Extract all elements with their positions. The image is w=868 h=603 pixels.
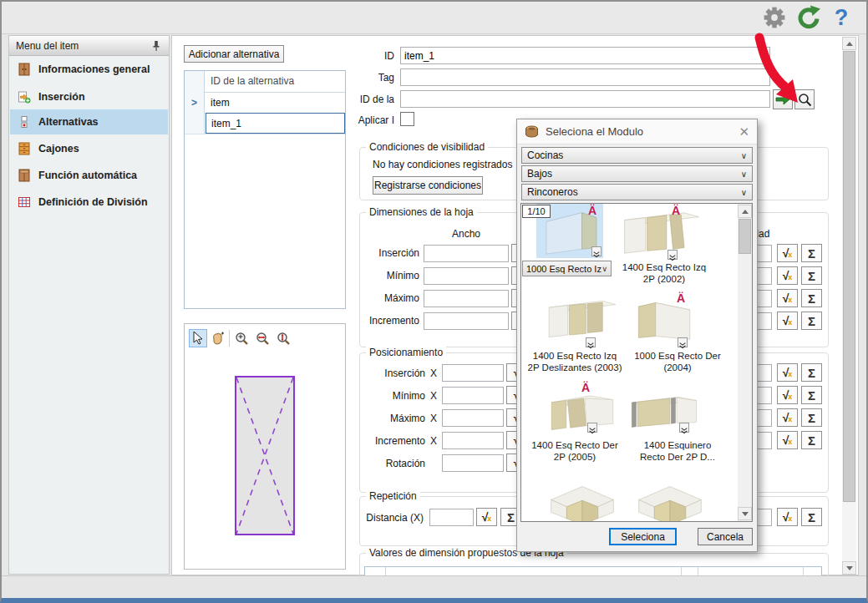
expand-variants-icon[interactable] — [678, 337, 688, 347]
scrollbar-thumb[interactable] — [843, 51, 855, 502]
module-thumbnail[interactable] — [542, 297, 622, 341]
sum-button[interactable]: Σ — [801, 312, 822, 330]
tag-label: Tag — [327, 72, 394, 84]
chevron-down-icon: ∨ — [602, 265, 607, 273]
search-module-button[interactable] — [794, 89, 815, 109]
expand-variants-icon[interactable] — [591, 246, 602, 256]
expand-variants-icon[interactable] — [679, 423, 689, 433]
cabinet-auto-icon — [18, 169, 31, 182]
table-row[interactable]: item_1 — [185, 113, 345, 134]
formula-button[interactable]: √x — [777, 289, 798, 307]
sum-button[interactable]: Σ — [801, 508, 822, 526]
scrollbar-thumb[interactable] — [739, 219, 751, 254]
sum-button[interactable]: Σ — [801, 266, 822, 285]
sum-button[interactable]: Σ — [801, 289, 822, 307]
gear-icon — [763, 6, 786, 29]
expand-variants-icon[interactable] — [587, 423, 597, 433]
formula-button[interactable]: √x — [777, 363, 798, 382]
module-caption[interactable]: 1400 Esq Recto Izq 2P Deslizantes (2003) — [523, 350, 627, 373]
id-ref-input[interactable] — [400, 90, 770, 108]
dialog-titlebar[interactable]: Seleciona el Modulo ✕ — [517, 119, 757, 144]
tag-input[interactable] — [400, 68, 770, 86]
zoom-width-tool[interactable] — [253, 329, 272, 347]
pos-row-label: Máximo — [336, 413, 425, 424]
formula-button[interactable]: √x — [777, 508, 798, 526]
apply-checkbox[interactable] — [400, 112, 414, 126]
dim-width-input[interactable] — [424, 267, 509, 285]
pos-x-input[interactable] — [442, 432, 504, 449]
sidebar-item-informaciones-general[interactable]: Informaciones general — [10, 57, 168, 82]
table-row[interactable]: > item — [185, 92, 345, 114]
dim-width-input[interactable] — [424, 245, 509, 262]
subfamily-combo[interactable]: Rinconeros ∨ — [521, 184, 753, 200]
dim-width-input[interactable] — [424, 290, 509, 307]
sum-button[interactable]: Σ — [801, 244, 822, 262]
sidebar-item-label: Definición de División — [38, 196, 148, 208]
sidebar-item-funcion-automatica[interactable]: Función automática — [10, 163, 168, 188]
pos-x-input[interactable] — [442, 387, 504, 404]
category-combo[interactable]: Cocinas ∨ — [521, 147, 753, 164]
module-caption[interactable]: 1400 Esq Recto Izq 2P (2002) — [615, 261, 713, 285]
main-scrollbar[interactable] — [842, 37, 856, 575]
formula-button[interactable]: √x — [777, 244, 798, 262]
module-thumbnail[interactable] — [628, 394, 700, 429]
formula-button[interactable]: √x — [777, 266, 798, 285]
formula-button[interactable]: √x — [777, 386, 798, 404]
sidebar-item-insercion[interactable]: Inserción — [10, 84, 168, 109]
sum-button[interactable]: Σ — [801, 431, 822, 449]
item-outline-canvas[interactable] — [235, 376, 295, 535]
module-thumbnail[interactable] — [630, 481, 710, 522]
expand-variants-icon[interactable] — [586, 337, 596, 347]
sidebar-item-cajones[interactable]: Cajones — [10, 136, 168, 161]
zoom-tool[interactable] — [232, 329, 251, 347]
formula-button[interactable]: √x — [777, 312, 798, 330]
add-alternative-button[interactable]: Adicionar alternativa — [184, 45, 284, 63]
family-combo[interactable]: Bajos ∨ — [521, 165, 753, 182]
module-grid-scrollbar[interactable] — [738, 204, 752, 521]
module-thumbnail[interactable] — [620, 209, 703, 257]
module-thumbnail[interactable] — [545, 392, 620, 432]
sum-button[interactable]: Σ — [801, 408, 822, 427]
distance-x-input[interactable] — [429, 509, 474, 526]
pan-hand-tool[interactable] — [208, 329, 226, 347]
dim-width-input[interactable] — [424, 312, 509, 330]
sum-button[interactable]: Σ — [801, 363, 822, 382]
sum-button[interactable]: Σ — [801, 386, 822, 404]
pos-x-input[interactable] — [442, 364, 504, 382]
formula-button[interactable]: √x — [777, 431, 798, 449]
module-thumbnail[interactable] — [542, 481, 622, 522]
module-caption[interactable]: 1400 Esq Recto Der 2P (2005) — [523, 439, 627, 463]
sidebar-item-definicion-division[interactable]: Definición de División — [10, 190, 168, 215]
module-variant-combo[interactable]: 1000 Esq Recto Iz ∨ — [522, 261, 612, 276]
module-thumbnail[interactable] — [630, 297, 700, 342]
module-caption[interactable]: 1000 Esq Recto Der (2004) — [628, 350, 727, 373]
expand-variants-icon[interactable] — [667, 250, 678, 260]
cancel-button[interactable]: Cancela — [698, 528, 753, 545]
rotation-input[interactable] — [442, 454, 504, 472]
scroll-down-button[interactable] — [738, 507, 752, 520]
alternative-id-cell[interactable]: item — [206, 92, 345, 113]
alternative-id-cell-editing[interactable]: item_1 — [206, 113, 345, 134]
help-icon[interactable]: ? — [829, 5, 854, 30]
go-arrow-button[interactable] — [773, 89, 793, 109]
id-input[interactable] — [400, 47, 770, 64]
formula-button[interactable]: √x — [476, 508, 497, 526]
sidebar-item-alternativas[interactable]: Alternativas — [10, 109, 168, 134]
zoom-height-tool[interactable] — [274, 329, 292, 347]
pos-x-input[interactable] — [442, 409, 504, 427]
formula-button[interactable]: √x — [777, 408, 798, 427]
close-icon[interactable]: ✕ — [739, 124, 749, 139]
scroll-up-button[interactable] — [842, 37, 856, 50]
module-caption[interactable]: 1400 Esquinero Recto Der 2P D... — [628, 439, 727, 463]
refresh-icon[interactable] — [795, 5, 820, 30]
brand-logo-icon: Ä — [677, 291, 685, 305]
register-conditions-button[interactable]: Registrarse condiciones — [373, 176, 483, 195]
chevron-down-icon: ∨ — [741, 170, 747, 179]
settings-gear-icon[interactable] — [762, 5, 787, 30]
scroll-down-button[interactable] — [842, 561, 856, 575]
scroll-up-button[interactable] — [738, 205, 752, 218]
brand-logo-icon: Ä — [581, 381, 590, 394]
select-cursor-tool[interactable] — [189, 329, 207, 347]
select-button[interactable]: Seleciona — [609, 528, 677, 545]
pin-icon[interactable] — [150, 40, 162, 52]
